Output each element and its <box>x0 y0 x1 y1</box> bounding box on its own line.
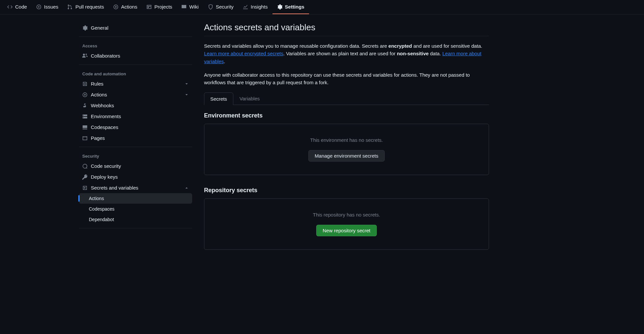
shield-search-icon <box>82 164 88 169</box>
environment-empty-message: This environment has no secrets. <box>211 137 482 143</box>
project-icon <box>146 4 152 10</box>
environment-secrets-panel: This environment has no secrets. Manage … <box>204 124 489 175</box>
sidebar-actions-label: Actions <box>91 92 107 97</box>
sidebar-secrets-variables-label: Secrets and variables <box>91 185 138 191</box>
asterisk-icon <box>82 185 88 191</box>
codespaces-icon <box>82 125 88 130</box>
webhook-icon <box>82 103 88 108</box>
sidebar-deploy-keys[interactable]: Deploy keys <box>79 171 192 182</box>
nav-code-label: Code <box>15 4 27 10</box>
pull-request-icon <box>67 4 73 10</box>
sidebar-sub-codespaces-label: Codespaces <box>89 206 115 212</box>
nav-wiki-label: Wiki <box>189 4 198 10</box>
rules-icon <box>82 81 88 87</box>
main-content: Actions secrets and variables Secrets an… <box>197 22 497 262</box>
description-para-2: Anyone with collaborator access to this … <box>204 71 489 87</box>
tab-variables[interactable]: Variables <box>233 92 266 105</box>
nav-projects[interactable]: Projects <box>142 0 177 14</box>
nav-pulls[interactable]: Pull requests <box>63 0 109 14</box>
repository-secrets-title: Repository secrets <box>204 187 489 194</box>
sidebar-webhooks-label: Webhooks <box>91 103 114 108</box>
nav-security-label: Security <box>216 4 234 10</box>
nav-wiki[interactable]: Wiki <box>177 0 203 14</box>
gear-icon <box>277 4 282 10</box>
nav-actions-label: Actions <box>121 4 137 10</box>
nav-insights[interactable]: Insights <box>238 0 272 14</box>
sidebar-codespaces[interactable]: Codespaces <box>79 122 192 133</box>
sidebar-heading-code: Code and automation <box>79 68 192 78</box>
settings-sidebar: General Access Collaborators Code and au… <box>79 22 197 262</box>
new-repository-secret-button[interactable]: New repository secret <box>316 225 376 236</box>
sidebar-sub-actions[interactable]: Actions <box>79 193 192 204</box>
nav-pulls-label: Pull requests <box>75 4 104 10</box>
repository-empty-message: This repository has no secrets. <box>211 212 482 218</box>
sidebar-collaborators[interactable]: Collaborators <box>79 50 192 61</box>
tab-secrets[interactable]: Secrets <box>204 92 233 105</box>
sidebar-general[interactable]: General <box>79 22 192 33</box>
nav-code[interactable]: Code <box>3 0 32 14</box>
divider <box>79 64 192 65</box>
nav-security[interactable]: Security <box>203 0 238 14</box>
sidebar-sub-dependabot[interactable]: Dependabot <box>79 214 192 225</box>
nav-settings[interactable]: Settings <box>272 0 309 14</box>
divider <box>79 37 192 37</box>
sidebar-webhooks[interactable]: Webhooks <box>79 100 192 111</box>
nav-projects-label: Projects <box>154 4 172 10</box>
nav-actions[interactable]: Actions <box>109 0 142 14</box>
description-para-1: Secrets and variables allow you to manag… <box>204 42 489 65</box>
chevron-up-icon <box>184 186 189 190</box>
sidebar-deploy-keys-label: Deploy keys <box>91 174 118 180</box>
sidebar-sub-actions-label: Actions <box>89 196 104 201</box>
chevron-down-icon <box>184 92 189 97</box>
play-icon <box>82 92 88 97</box>
nav-issues-label: Issues <box>44 4 58 10</box>
sidebar-sub-codespaces[interactable]: Codespaces <box>79 204 192 214</box>
gear-icon <box>82 25 88 31</box>
graph-icon <box>243 4 248 10</box>
sidebar-rules[interactable]: Rules <box>79 78 192 89</box>
play-icon <box>113 4 118 10</box>
shield-icon <box>208 4 213 10</box>
sidebar-environments[interactable]: Environments <box>79 111 192 122</box>
sidebar-sub-dependabot-label: Dependabot <box>89 217 114 222</box>
sidebar-heading-security: Security <box>79 150 192 161</box>
sidebar-pages-label: Pages <box>91 135 105 141</box>
sidebar-code-security-label: Code security <box>91 163 121 169</box>
sidebar-secrets-variables[interactable]: Secrets and variables <box>79 182 192 193</box>
browser-icon <box>82 136 88 141</box>
server-icon <box>82 114 88 119</box>
book-icon <box>181 4 187 10</box>
sidebar-environments-label: Environments <box>91 114 121 119</box>
sidebar-heading-access: Access <box>79 40 192 50</box>
sidebar-pages[interactable]: Pages <box>79 133 192 143</box>
divider <box>79 147 192 147</box>
secrets-variables-tabs: Secrets Variables <box>204 92 489 105</box>
issue-icon <box>36 4 41 10</box>
sidebar-collaborators-label: Collaborators <box>91 53 120 59</box>
sidebar-code-security[interactable]: Code security <box>79 161 192 171</box>
repository-secrets-panel: This repository has no secrets. New repo… <box>204 198 489 250</box>
people-icon <box>82 53 88 59</box>
nav-issues[interactable]: Issues <box>32 0 63 14</box>
sidebar-general-label: General <box>91 25 108 31</box>
link-learn-secrets[interactable]: Learn more about encrypted secrets <box>204 51 283 56</box>
chevron-down-icon <box>184 82 189 86</box>
divider <box>79 228 192 228</box>
sidebar-codespaces-label: Codespaces <box>91 124 118 130</box>
page-title: Actions secrets and variables <box>204 22 489 36</box>
code-icon <box>7 4 13 10</box>
key-icon <box>82 174 88 180</box>
repo-topnav: Code Issues Pull requests Actions Projec… <box>0 0 644 14</box>
nav-insights-label: Insights <box>251 4 268 10</box>
environment-secrets-title: Environment secrets <box>204 112 489 119</box>
manage-environment-secrets-button[interactable]: Manage environment secrets <box>308 150 384 162</box>
sidebar-rules-label: Rules <box>91 81 103 87</box>
nav-settings-label: Settings <box>285 4 304 10</box>
sidebar-actions[interactable]: Actions <box>79 89 192 100</box>
